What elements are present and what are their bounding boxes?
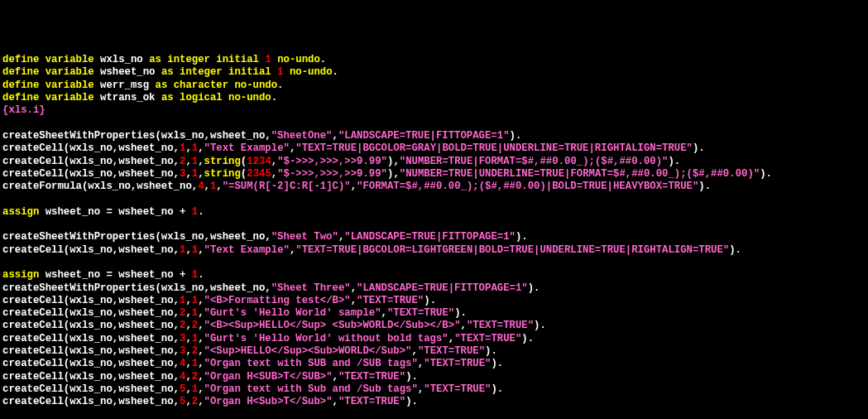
code-line[interactable]: [2, 219, 866, 231]
code-line[interactable]: {xls.i}: [2, 104, 866, 117]
token-plain: ,: [411, 345, 417, 357]
token-kw: string: [204, 156, 241, 167]
token-plain: ,: [185, 168, 191, 180]
code-line[interactable]: createCell(wxls_no,wsheet_no,2,1,"Gurt's…: [2, 307, 866, 320]
token-plain: .: [198, 206, 204, 218]
token-plain: ,: [198, 142, 204, 154]
token-plain: createCell(wxls_no,wsheet_no,: [2, 244, 180, 256]
code-line[interactable]: createCell(wxls_no,wsheet_no,4,1,"Organ …: [2, 358, 866, 370]
token-plain: ,: [333, 371, 338, 383]
token-str: "TEXT=TRUE": [424, 383, 491, 395]
code-line[interactable]: createCell(wxls_no,wsheet_no,2,1,string(…: [2, 156, 866, 168]
token-plain: ,: [461, 320, 467, 331]
token-str: "=SUM(R[-2]C:R[-1]C)": [223, 181, 351, 192]
token-plain: [2, 118, 8, 129]
token-str: "TEXT=TRUE": [357, 295, 424, 306]
token-plain: ,: [198, 396, 204, 407]
token-str: "Gurt's 'Hello World' sample": [204, 307, 381, 319]
token-kw: string: [204, 168, 241, 180]
token-plain: createCell(wxls_no,wsheet_no,: [2, 320, 180, 331]
token-plain: ,: [198, 307, 204, 319]
code-line[interactable]: createCell(wxls_no,wsheet_no,1,1,"<B>For…: [2, 295, 866, 307]
code-line[interactable]: define variable wsheet_no as integer ini…: [2, 66, 866, 79]
token-plain: ,: [204, 181, 210, 192]
token-plain: createCell(wxls_no,wsheet_no,: [2, 371, 180, 383]
code-line[interactable]: createCell(wxls_no,wsheet_no,3,1,string(…: [2, 168, 866, 181]
token-kw: as logical no-undo: [161, 92, 271, 104]
token-kw: assign: [2, 269, 39, 281]
token-plain: createCell(wxls_no,wsheet_no,: [2, 156, 180, 167]
token-plain: ).: [405, 371, 418, 383]
token-plain: ,: [185, 142, 191, 154]
code-line[interactable]: define variable wtrans_ok as logical no-…: [2, 92, 866, 104]
token-str: "TEXT=TRUE": [424, 358, 491, 369]
token-plain: wsheet_no: [94, 66, 161, 78]
code-line[interactable]: createCell(wxls_no,wsheet_no,3,2,"<Sup>H…: [2, 345, 866, 358]
code-line[interactable]: assign wsheet_no = wsheet_no + 1.: [2, 269, 866, 282]
token-plain: wsheet_no = wsheet_no +: [39, 206, 191, 218]
token-plain: ).: [491, 383, 503, 395]
code-line[interactable]: createSheetWithProperties(wxls_no,wsheet…: [2, 130, 866, 142]
token-str: "FORMAT=$#,##0.00_);($#,##0.00)|BOLD=TRU…: [357, 181, 698, 192]
token-plain: .: [271, 92, 277, 104]
token-str: "TEXT=TRUE": [338, 371, 405, 383]
token-str: "<B>Formatting test</B>": [204, 295, 351, 306]
token-str: "LANDSCAPE=TRUE|FITTOPAGE=1": [357, 282, 528, 294]
token-plain: createCell(wxls_no,wsheet_no,: [2, 358, 180, 369]
token-plain: .: [333, 66, 338, 78]
code-line[interactable]: createCell(wxls_no,wsheet_no,3,1,"Gurt's…: [2, 333, 866, 345]
token-str: "<B><Sup>HELLO</Sup> <Sub>WORLD</Sub></B…: [204, 320, 461, 331]
token-plain: wtrans_ok: [94, 92, 161, 104]
code-line[interactable]: createFormula(wxls_no,wsheet_no,4,1,"=SU…: [2, 181, 866, 193]
code-line[interactable]: [2, 118, 866, 130]
code-line[interactable]: assign wsheet_no = wsheet_no + 1.: [2, 206, 866, 219]
code-line[interactable]: createSheetWithProperties(wxls_no,wsheet…: [2, 282, 866, 295]
token-plain: [2, 219, 8, 230]
token-str: "TEXT=TRUE": [387, 307, 454, 319]
code-line[interactable]: createCell(wxls_no,wsheet_no,2,2,"<B><Su…: [2, 320, 866, 332]
token-str: "Organ H<Sub>T</Sub>": [204, 396, 333, 407]
code-line[interactable]: [2, 257, 866, 269]
token-num: 4: [198, 181, 204, 192]
token-plain: ).: [491, 358, 503, 369]
code-line[interactable]: [2, 193, 866, 205]
code-editor-viewport[interactable]: define variable wxls_no as integer initi…: [2, 54, 866, 419]
code-line[interactable]: createCell(wxls_no,wsheet_no,5,1,"Organ …: [2, 383, 866, 396]
token-str: "TEXT=TRUE": [338, 396, 405, 407]
code-line[interactable]: define variable werr_msg as character no…: [2, 79, 866, 92]
token-str: "<Sup>HELLO</Sup><Sub>WORLD</Sub>": [204, 345, 412, 357]
token-plain: ).: [668, 156, 680, 167]
token-plain: ).: [534, 320, 546, 331]
code-line[interactable]: define variable wxls_no as integer initi…: [2, 54, 866, 66]
token-plain: ),: [387, 168, 400, 180]
code-line[interactable]: createCell(wxls_no,wsheet_no,1,1,"Text E…: [2, 142, 866, 155]
token-str: "Text Example": [204, 244, 290, 256]
token-plain: ,: [351, 181, 357, 192]
token-plain: ,: [216, 181, 222, 192]
token-plain: createSheetWithProperties(wxls_no,wsheet…: [2, 282, 271, 294]
token-plain: ).: [510, 130, 522, 142]
token-plain: createCell(wxls_no,wsheet_no,: [2, 142, 180, 154]
token-plain: ).: [521, 333, 534, 344]
token-plain: ).: [693, 142, 705, 154]
token-plain: werr_msg: [94, 79, 156, 91]
token-plain: wsheet_no = wsheet_no +: [39, 269, 191, 281]
code-line[interactable]: createCell(wxls_no,wsheet_no,1,1,"Text E…: [2, 244, 866, 257]
token-plain: ).: [760, 168, 772, 180]
token-plain: ,: [198, 383, 204, 395]
code-line[interactable]: createCell(wxls_no,wsheet_no,4,2,"Organ …: [2, 371, 866, 383]
token-kw: as integer initial: [149, 54, 259, 65]
token-plain: createSheetWithProperties(wxls_no,wsheet…: [2, 231, 271, 243]
token-plain: ,: [198, 320, 204, 331]
token-plain: ,: [351, 282, 357, 294]
token-str: "LANDSCAPE=TRUE|FITTOPAGE=1": [344, 231, 516, 243]
code-line[interactable]: createCell(wxls_no,wsheet_no,5,2,"Organ …: [2, 396, 866, 408]
code-line[interactable]: createSheetWithProperties(wxls_no,wsheet…: [2, 231, 866, 243]
code-line[interactable]: [2, 409, 866, 420]
token-plain: createCell(wxls_no,wsheet_no,: [2, 345, 180, 357]
token-plain: [284, 66, 290, 78]
token-str: "Organ H<SUB>T</SUB>": [204, 371, 333, 383]
token-plain: ,: [333, 130, 338, 142]
token-plain: ,: [185, 371, 191, 383]
token-plain: ,: [198, 295, 204, 306]
